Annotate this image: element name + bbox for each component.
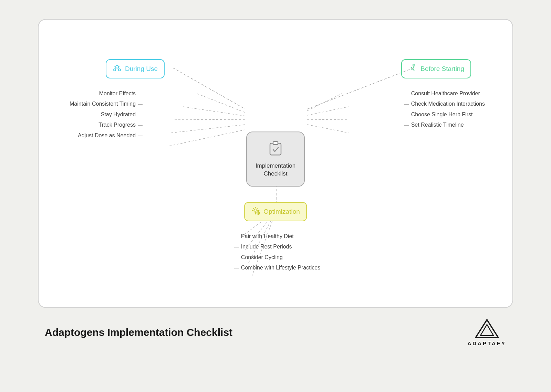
- svg-line-27: [411, 69, 413, 70]
- svg-point-18: [116, 65, 118, 68]
- svg-line-26: [413, 66, 414, 69]
- svg-point-25: [413, 64, 415, 66]
- before-starting-box: Before Starting: [401, 59, 471, 78]
- svg-line-24: [119, 66, 120, 66]
- logo-area: ADAPTAFY: [467, 318, 506, 346]
- optimization-icon: [251, 206, 260, 217]
- svg-point-30: [254, 209, 257, 212]
- during-use-box: During Use: [106, 59, 165, 78]
- list-item: Track Progress: [70, 120, 143, 130]
- svg-point-19: [114, 69, 116, 71]
- svg-line-10: [307, 125, 349, 133]
- optimization-box: Optimization: [244, 202, 307, 221]
- svg-line-5: [169, 130, 245, 146]
- svg-line-23: [114, 66, 115, 66]
- during-use-label: During Use: [125, 65, 158, 73]
- svg-line-7: [307, 94, 342, 111]
- svg-rect-17: [273, 142, 278, 145]
- svg-line-9: [307, 119, 349, 120]
- svg-line-29: [411, 67, 412, 68]
- svg-line-2: [183, 107, 245, 116]
- svg-line-6: [307, 68, 414, 109]
- optimization-items: Pair with Healthy Diet Include Rest Peri…: [234, 231, 320, 273]
- svg-line-36: [253, 208, 254, 209]
- svg-line-37: [257, 208, 258, 209]
- svg-marker-41: [476, 320, 498, 338]
- svg-point-20: [118, 69, 121, 71]
- logo-icon: [475, 318, 499, 339]
- clipboard-icon: [269, 141, 282, 159]
- optimization-label: Optimization: [263, 208, 300, 215]
- svg-line-3: [175, 119, 245, 120]
- before-starting-items: Consult Healthcare Provider Check Medica…: [404, 88, 485, 130]
- list-item: Maintain Consistent Timing: [70, 99, 143, 109]
- main-card: Implementation Checklist During Use Moni…: [38, 19, 513, 308]
- list-item: Check Medication Interactions: [404, 99, 485, 109]
- list-item: Include Rest Periods: [234, 242, 320, 252]
- list-item: Pair with Healthy Diet: [234, 231, 320, 242]
- before-starting-label: Before Starting: [420, 65, 464, 73]
- list-item: Combine with Lifestyle Practices: [234, 263, 320, 273]
- list-item: Set Realistic Timeline: [404, 120, 485, 130]
- list-item: Monitor Effects: [70, 88, 143, 99]
- list-item: Consider Cycling: [234, 252, 320, 263]
- svg-line-28: [413, 69, 414, 71]
- during-use-items: Monitor Effects Maintain Consistent Timi…: [70, 88, 143, 141]
- list-item: Stay Hydrated: [70, 109, 143, 120]
- center-label: Implementation Checklist: [256, 162, 295, 178]
- list-item: Adjust Dose as Needed: [70, 130, 143, 141]
- svg-point-31: [255, 210, 256, 211]
- svg-line-4: [171, 125, 245, 133]
- before-starting-icon: [408, 63, 417, 74]
- bottom-section: Adaptogens Implementation Checklist ADAP…: [38, 318, 513, 346]
- logo-text: ADAPTAFY: [467, 340, 506, 346]
- svg-line-0: [173, 68, 245, 109]
- svg-line-8: [307, 107, 349, 115]
- list-item: Consult Healthcare Provider: [404, 88, 485, 99]
- list-item: Choose Single Herb First: [404, 109, 485, 120]
- svg-line-1: [197, 94, 245, 113]
- during-use-icon: [113, 63, 122, 74]
- bottom-title: Adaptogens Implementation Checklist: [45, 327, 232, 338]
- center-box: Implementation Checklist: [246, 131, 305, 187]
